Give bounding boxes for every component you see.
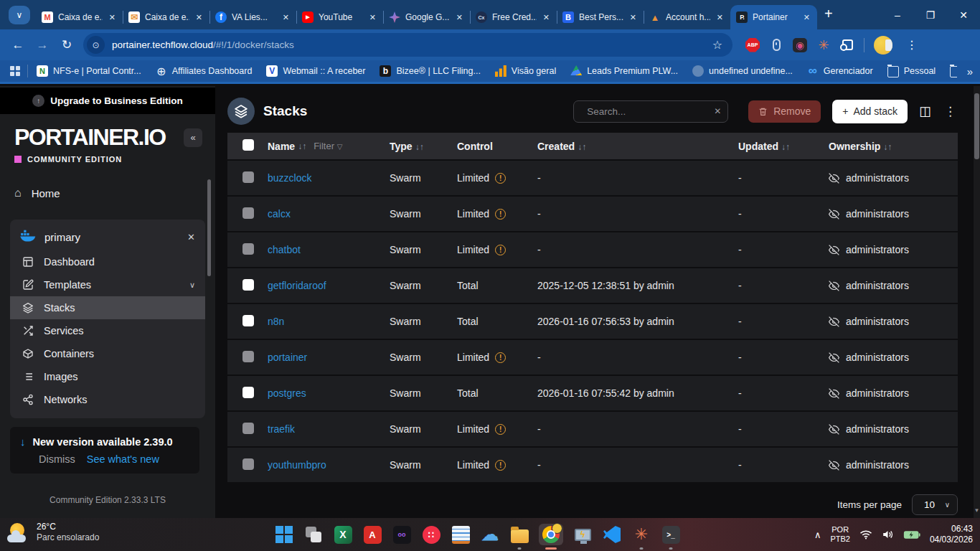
row-checkbox[interactable] xyxy=(242,243,254,255)
tab-search-icon[interactable]: ∨ xyxy=(9,6,30,24)
tab-close-icon[interactable]: ✕ xyxy=(194,13,204,22)
browser-tab[interactable]: Caixa de e... ✕ xyxy=(123,5,209,29)
excel-icon[interactable]: X xyxy=(333,524,353,545)
sort-icon[interactable]: ↓↑ xyxy=(781,142,790,152)
stack-name-link[interactable]: getfloridaroof xyxy=(268,280,326,291)
bookmark-item[interactable]: Bizee® | LLC Filing... xyxy=(380,65,480,77)
sidebar-item-dashboard[interactable]: Dashboard xyxy=(10,250,205,273)
environment-header[interactable]: primary ✕ xyxy=(10,224,205,250)
acrobat-icon[interactable]: A xyxy=(362,524,382,545)
sidebar-item-images[interactable]: Images xyxy=(10,365,205,388)
remove-button[interactable]: Remove xyxy=(748,100,821,123)
profile-avatar[interactable] xyxy=(874,36,892,55)
bookmark-star-icon[interactable]: ☆ xyxy=(707,38,728,52)
tab-close-icon[interactable]: ✕ xyxy=(542,13,551,22)
sort-icon[interactable]: ↓↑ xyxy=(415,142,424,152)
column-header-ownership[interactable]: Ownership xyxy=(829,141,880,152)
window-maximize-icon[interactable]: ❐ xyxy=(914,0,947,29)
bookmark-item[interactable]: Pessoal xyxy=(887,65,936,77)
apps-grid-icon[interactable] xyxy=(10,66,20,76)
cloud-app-icon[interactable]: ☁ xyxy=(480,524,500,545)
remote-desktop-icon[interactable]: ϟ xyxy=(573,524,593,545)
tab-close-icon[interactable]: ✕ xyxy=(108,13,117,22)
bookmarks-overflow-icon[interactable]: » xyxy=(967,65,973,77)
battery-icon[interactable] xyxy=(903,530,920,540)
filter-button[interactable]: Filter ▽ xyxy=(314,141,342,151)
bookmark-item[interactable]: Affiliates Dashboard xyxy=(156,65,253,77)
sort-icon[interactable]: ↓↑ xyxy=(578,142,586,152)
stack-name-link[interactable]: youthumbpro xyxy=(268,459,326,471)
stack-name-link[interactable]: calcx xyxy=(268,208,291,220)
row-checkbox[interactable] xyxy=(242,423,254,434)
terminal-icon[interactable]: >_ xyxy=(661,524,681,545)
sidebar-item-home[interactable]: ⌂ Home xyxy=(0,182,215,204)
row-checkbox[interactable] xyxy=(242,458,254,470)
stack-name-link[interactable]: chatbot xyxy=(268,244,301,255)
bookmark-item[interactable]: undefined undefine... xyxy=(692,65,793,77)
column-header-created[interactable]: Created xyxy=(537,141,575,152)
mouse-extension-icon[interactable] xyxy=(769,38,783,52)
column-header-type[interactable]: Type xyxy=(390,141,413,152)
start-button-icon[interactable] xyxy=(274,524,294,545)
sort-icon[interactable]: ↓↑ xyxy=(883,142,892,152)
sidebar-scrollbar[interactable] xyxy=(207,179,211,276)
tab-close-icon[interactable]: ✕ xyxy=(802,13,811,22)
tab-close-icon[interactable]: ✕ xyxy=(368,13,377,22)
vscode-icon[interactable] xyxy=(602,524,622,545)
dismiss-link[interactable]: Dismiss xyxy=(39,453,75,465)
site-info-icon[interactable]: ⊙ xyxy=(87,36,105,54)
bookmark-item[interactable]: Webmail :: A receber xyxy=(266,65,365,77)
forward-icon[interactable]: → xyxy=(30,33,55,57)
sidebar-item-containers[interactable]: Containers xyxy=(10,342,205,365)
browser-tab[interactable]: Google G... ✕ xyxy=(383,5,470,29)
streamlabs-icon[interactable]: oo xyxy=(392,524,412,545)
table-menu-icon[interactable]: ⋮ xyxy=(943,104,958,119)
browser-tab[interactable]: Best Pers... ✕ xyxy=(557,5,644,29)
scrollbar-thumb[interactable] xyxy=(974,93,979,159)
adblock-icon[interactable]: ABP xyxy=(745,38,760,52)
whats-new-link[interactable]: See what's new xyxy=(87,453,159,465)
new-tab-button[interactable]: + xyxy=(824,6,833,22)
clock[interactable]: 06:43 04/03/2026 xyxy=(930,524,973,545)
sidebar-collapse-icon[interactable]: « xyxy=(184,128,202,147)
tab-close-icon[interactable]: ✕ xyxy=(281,13,291,22)
search-input[interactable] xyxy=(587,106,714,117)
search-clear-icon[interactable]: ✕ xyxy=(714,106,721,116)
row-checkbox[interactable] xyxy=(242,315,254,326)
file-explorer-icon[interactable] xyxy=(509,524,529,545)
starburst-app-icon[interactable]: ✳ xyxy=(631,524,651,545)
select-all-checkbox[interactable] xyxy=(242,139,254,151)
browser-tab[interactable]: YouTube ✕ xyxy=(296,5,383,29)
window-minimize-icon[interactable]: – xyxy=(881,0,914,29)
browser-tab[interactable]: VA Lies... ✕ xyxy=(209,5,296,29)
taskbar-weather-widget[interactable]: 26°C Parc ensolarado xyxy=(7,522,99,543)
chrome-icon[interactable] xyxy=(539,524,563,545)
browser-tab[interactable]: Portainer ✕ xyxy=(730,5,817,29)
items-per-page-select[interactable]: 10 ∨ xyxy=(912,494,958,515)
camera-extension-icon[interactable] xyxy=(793,38,807,52)
stack-name-link[interactable]: buzzclock xyxy=(268,172,311,184)
chevron-down-icon[interactable]: ∨ xyxy=(189,281,195,290)
row-checkbox[interactable] xyxy=(242,171,254,183)
column-header-name[interactable]: Name xyxy=(268,141,295,152)
tab-close-icon[interactable]: ✕ xyxy=(715,13,725,22)
starburst-extension-icon[interactable]: ✳ xyxy=(816,38,831,52)
column-header-updated[interactable]: Updated xyxy=(738,141,778,152)
bookmark-item[interactable]: IA's xyxy=(950,65,957,77)
browser-tab[interactable]: Free Cred... ✕ xyxy=(470,5,557,29)
row-checkbox[interactable] xyxy=(242,387,254,398)
stack-name-link[interactable]: traefik xyxy=(268,423,295,435)
bookmark-item[interactable]: Leads Premium PLW... xyxy=(570,65,678,77)
back-icon[interactable]: ← xyxy=(6,33,30,57)
browser-tab[interactable]: Caixa de e... ✕ xyxy=(36,5,123,29)
sidebar-item-stacks[interactable]: Stacks xyxy=(10,296,205,319)
tab-close-icon[interactable]: ✕ xyxy=(455,13,464,22)
sidebar-item-templates[interactable]: Templates ∨ xyxy=(10,273,205,296)
browser-menu-icon[interactable]: ⋮ xyxy=(902,38,922,52)
sidebar-item-networks[interactable]: Networks xyxy=(10,388,205,411)
address-bar[interactable]: ⊙ portainer.techflow.cloud/#!/1/docker/s… xyxy=(83,33,732,57)
wifi-icon[interactable] xyxy=(859,529,872,540)
columns-layout-icon[interactable]: ◫ xyxy=(919,103,931,119)
upgrade-banner[interactable]: ↑ Upgrade to Business Edition xyxy=(0,88,215,114)
add-stack-button[interactable]: + Add stack xyxy=(832,100,908,123)
